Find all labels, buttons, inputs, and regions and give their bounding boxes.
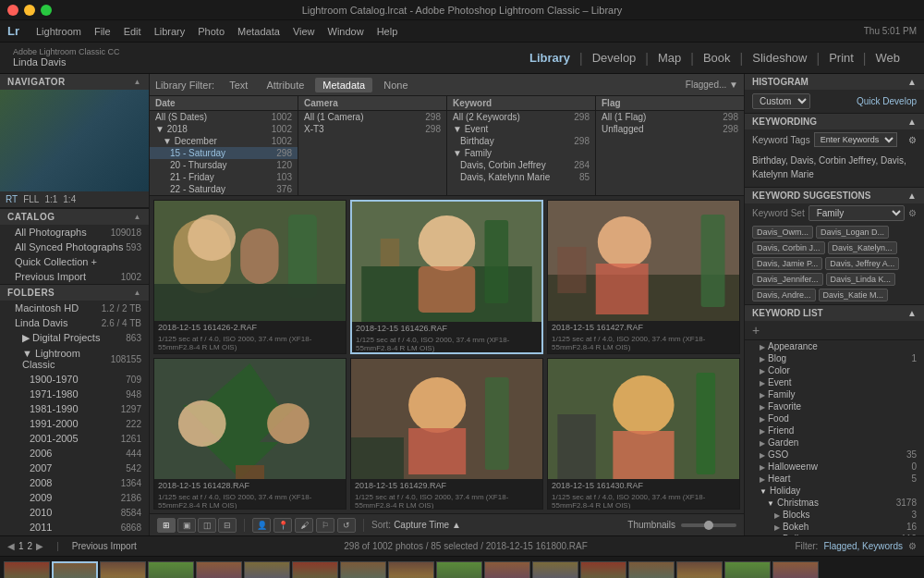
catalog-all-photos[interactable]: All Photographs 109018 — [0, 225, 149, 240]
meta-kw-all[interactable]: All (2 Keywords) 298 — [447, 111, 595, 123]
catalog-previous-import[interactable]: Previous Import 1002 — [0, 269, 149, 284]
navigator-header[interactable]: Navigator ▲ — [0, 74, 149, 90]
photo-cell-3[interactable]: 2018-12-15 161427.RAF 1/125 sec at f / 4… — [547, 200, 740, 354]
filmstrip-thumb-9[interactable] — [388, 561, 434, 579]
meta-camera-all[interactable]: All (1 Camera) 298 — [298, 111, 446, 123]
kw-color[interactable]: ▶Color — [745, 364, 924, 376]
keyword-chip-3[interactable]: Davis, Corbin J... — [752, 241, 825, 254]
view-rotate-icon[interactable]: ↺ — [337, 518, 356, 533]
filmstrip-thumb-15[interactable] — [676, 561, 723, 579]
nav-next-icon[interactable]: ▶ — [36, 541, 43, 551]
meta-date-2018[interactable]: ▼ 2018 1002 — [150, 123, 298, 135]
view-loupe-icon[interactable]: ▣ — [177, 518, 196, 533]
previous-import-link[interactable]: Previous Import — [72, 541, 137, 551]
meta-camera-xt3[interactable]: X-T3 298 — [298, 123, 446, 135]
meta-date-december[interactable]: ▼ December 1002 — [150, 135, 298, 147]
keywording-gear-icon[interactable]: ⚙ — [908, 135, 917, 145]
kw-blocks[interactable]: ▶Blocks 3 — [745, 509, 924, 521]
folders-header[interactable]: Folders ▲ — [0, 285, 149, 301]
kw-christmas[interactable]: ▼Christmas 3178 — [745, 497, 924, 509]
filmstrip-thumb-3[interactable] — [100, 561, 146, 579]
menu-metadata[interactable]: Metadata — [237, 26, 280, 37]
meta-kw-corbin[interactable]: Davis, Corbin Jeffrey 284 — [447, 159, 595, 171]
module-slideshow[interactable]: Slideshow — [743, 47, 816, 68]
filmstrip-thumb-6[interactable] — [244, 561, 290, 579]
close-button[interactable] — [7, 5, 18, 16]
nav-1to4[interactable]: 1:4 — [63, 194, 76, 204]
menu-help[interactable]: Help — [377, 26, 398, 37]
keyword-chip-4[interactable]: Davis_Katelyn... — [828, 241, 897, 254]
photo-cell-4[interactable]: 2018-12-15 161428.RAF 1/125 sec at f / 4… — [153, 358, 346, 510]
menu-edit[interactable]: Edit — [124, 26, 141, 37]
module-develop[interactable]: Develop — [583, 47, 646, 68]
kw-garden[interactable]: ▶Garden — [745, 437, 924, 449]
keyword-chip-2[interactable]: Davis_Logan D... — [816, 226, 889, 239]
filmstrip-thumb-10[interactable] — [436, 561, 482, 579]
filter-tab-metadata[interactable]: Metadata — [315, 78, 372, 92]
folder-2012[interactable]: 2012 8183 — [0, 535, 149, 535]
filmstrip-thumb-14[interactable] — [628, 561, 675, 579]
filmstrip-thumb-12[interactable] — [532, 561, 578, 579]
keyword-set-gear[interactable]: ⚙ — [908, 208, 917, 218]
kw-food[interactable]: ▶Food — [745, 412, 924, 424]
filter-gear-icon[interactable]: ⚙ — [908, 541, 917, 551]
keyword-chip-5[interactable]: Davis, Jamie P... — [752, 257, 822, 270]
drive-macintosh[interactable]: Macintosh HD 1.2 / 2 TB — [0, 301, 149, 315]
catalog-header[interactable]: Catalog ▲ — [0, 209, 149, 225]
folder-1900[interactable]: 1900-1970 709 — [0, 372, 149, 387]
filmstrip-thumb-11[interactable] — [484, 561, 530, 579]
menu-lightroom[interactable]: Lightroom — [36, 26, 81, 37]
nav-fit[interactable]: RT — [6, 194, 18, 204]
photo-cell-2[interactable]: 2018-12-15 161426.RAF 1/125 sec at f / 4… — [350, 200, 543, 354]
module-map[interactable]: Map — [649, 47, 690, 68]
nav-1to1[interactable]: 1:1 — [44, 194, 57, 204]
keyword-tags-dropdown[interactable]: Enter Keywords — [814, 132, 897, 147]
meta-kw-family[interactable]: ▼ Family — [447, 147, 595, 159]
kw-favorite[interactable]: ▶Favorite — [745, 400, 924, 412]
menu-view[interactable]: View — [293, 26, 315, 37]
folder-1981[interactable]: 1981-1990 1297 — [0, 401, 149, 416]
keyword-suggestions-header[interactable]: Keyword Suggestions ▲ — [745, 188, 924, 203]
kw-heart[interactable]: ▶Heart 5 — [745, 473, 924, 485]
folder-2009[interactable]: 2009 2186 — [0, 490, 149, 505]
kw-dolls[interactable]: ▶Dolls 119 — [745, 533, 924, 535]
meta-flag-unflagged[interactable]: Unflagged 298 — [596, 123, 744, 135]
filmstrip-thumb-13[interactable] — [580, 561, 626, 579]
keyword-chip-10[interactable]: Davis_Katie M... — [819, 289, 889, 301]
keyword-list-header[interactable]: Keyword List ▲ — [745, 305, 924, 321]
kw-family[interactable]: ▶Family — [745, 388, 924, 400]
catalog-all-synced[interactable]: All Synced Photographs 593 — [0, 240, 149, 254]
view-map-icon[interactable]: 📍 — [274, 518, 292, 533]
meta-date-22[interactable]: 22 - Saturday 376 — [150, 183, 298, 195]
page-2[interactable]: 2 — [28, 541, 33, 551]
view-paintbrush-icon[interactable]: 🖌 — [295, 518, 313, 533]
filter-tab-text[interactable]: Text — [222, 78, 255, 92]
meta-kw-katelynn[interactable]: Davis, Katelynn Marie 85 — [447, 171, 595, 183]
module-library[interactable]: Library — [520, 47, 579, 68]
menu-file[interactable]: File — [94, 26, 111, 37]
thumbnail-size-slider[interactable] — [681, 523, 736, 527]
keywording-header[interactable]: Keywording ▲ — [745, 114, 924, 129]
view-flag-icon[interactable]: ⚐ — [316, 518, 334, 533]
quick-develop-label[interactable]: Quick Develop — [857, 96, 917, 106]
folder-2008[interactable]: 2008 1364 — [0, 475, 149, 490]
photo-cell-6[interactable]: 2018-12-15 161430.RAF 1/125 sec at f / 4… — [547, 358, 740, 510]
kw-halloween[interactable]: ▶Halloweenw 0 — [745, 461, 924, 473]
keyword-chip-6[interactable]: Davis, Jeffrey A... — [825, 257, 899, 270]
folder-digital-projects[interactable]: ▶ Digital Projects 863 — [0, 330, 149, 346]
module-web[interactable]: Web — [867, 47, 910, 68]
module-book[interactable]: Book — [694, 47, 740, 68]
keyword-set-select[interactable]: Family — [808, 205, 905, 221]
filter-value[interactable]: Flagged, Keywords — [823, 541, 903, 551]
menu-window[interactable]: Window — [328, 26, 364, 37]
module-print[interactable]: Print — [820, 47, 863, 68]
view-people-icon[interactable]: 👤 — [252, 518, 271, 533]
histogram-mode-select[interactable]: Custom — [752, 93, 810, 109]
view-survey-icon[interactable]: ⊟ — [218, 518, 237, 533]
filter-tab-attribute[interactable]: Attribute — [259, 78, 311, 92]
view-grid-icon[interactable]: ⊞ — [157, 518, 176, 533]
view-compare-icon[interactable]: ◫ — [198, 518, 216, 533]
keyword-list-add-icon[interactable]: + — [752, 323, 760, 338]
folder-2006[interactable]: 2006 444 — [0, 446, 149, 461]
keyword-chip-1[interactable]: Davis_Owm... — [752, 226, 813, 239]
